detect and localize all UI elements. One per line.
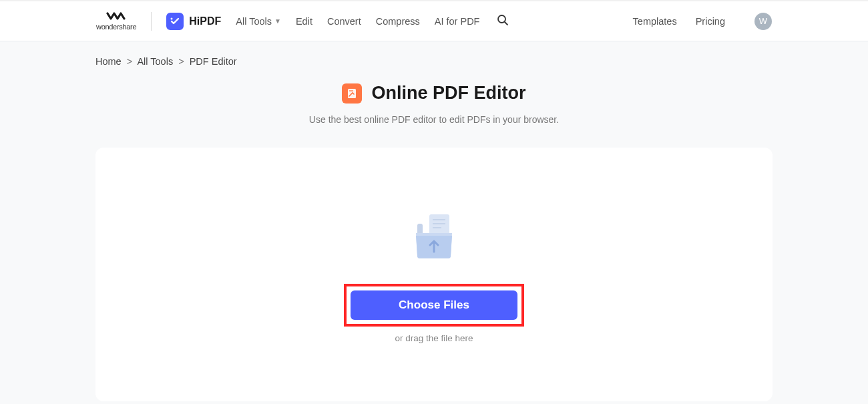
breadcrumb-separator: > — [127, 56, 132, 67]
upload-card[interactable]: Choose Files or drag the file here — [95, 148, 773, 401]
nav-convert[interactable]: Convert — [327, 16, 361, 27]
wondershare-text: wondershare — [96, 23, 136, 31]
header-inner: wondershare HiPDF All Tools ▼ Edit Conve… — [19, 12, 849, 31]
header-left: wondershare HiPDF All Tools ▼ Edit Conve… — [96, 12, 509, 31]
svg-point-1 — [498, 15, 505, 23]
page-title: Online PDF Editor — [371, 83, 525, 104]
nav-edit[interactable]: Edit — [296, 16, 312, 27]
breadcrumb-current: PDF Editor — [190, 56, 237, 67]
wondershare-icon — [106, 12, 126, 21]
chevron-down-icon: ▼ — [274, 17, 281, 25]
hipdf-text: HiPDF — [189, 15, 221, 27]
breadcrumb-separator: > — [178, 56, 184, 67]
avatar[interactable]: W — [754, 13, 772, 30]
nav-templates[interactable]: Templates — [633, 16, 677, 27]
choose-files-button[interactable]: Choose Files — [351, 290, 517, 320]
page-content: Home > All Tools > PDF Editor Online PDF… — [95, 41, 773, 404]
nav-ai-pdf[interactable]: AI for PDF — [435, 16, 480, 27]
divider — [151, 12, 152, 31]
search-icon[interactable] — [497, 14, 509, 29]
pdf-editor-icon — [342, 83, 362, 104]
nav-compress[interactable]: Compress — [376, 16, 420, 27]
wondershare-logo[interactable]: wondershare — [96, 12, 136, 31]
breadcrumb-all-tools[interactable]: All Tools — [137, 56, 173, 67]
breadcrumb-home[interactable]: Home — [95, 56, 122, 67]
page-title-row: Online PDF Editor — [95, 83, 773, 104]
nav-all-tools[interactable]: All Tools ▼ — [236, 16, 281, 27]
breadcrumb: Home > All Tools > PDF Editor — [95, 41, 773, 77]
hipdf-logo[interactable]: HiPDF — [166, 13, 221, 30]
svg-line-2 — [505, 22, 507, 25]
upload-folder-icon — [404, 206, 464, 266]
page-subtitle: Use the best online PDF editor to edit P… — [95, 114, 773, 125]
hipdf-icon — [166, 13, 184, 30]
nav-pricing[interactable]: Pricing — [696, 16, 725, 27]
header: wondershare HiPDF All Tools ▼ Edit Conve… — [0, 0, 868, 41]
nav-all-tools-label: All Tools — [236, 16, 272, 27]
nav: All Tools ▼ Edit Convert Compress AI for… — [236, 14, 509, 29]
choose-files-highlight: Choose Files — [344, 284, 524, 327]
drag-hint: or drag the file here — [395, 333, 473, 343]
header-right: Templates Pricing W — [633, 13, 772, 30]
svg-point-0 — [171, 17, 173, 19]
